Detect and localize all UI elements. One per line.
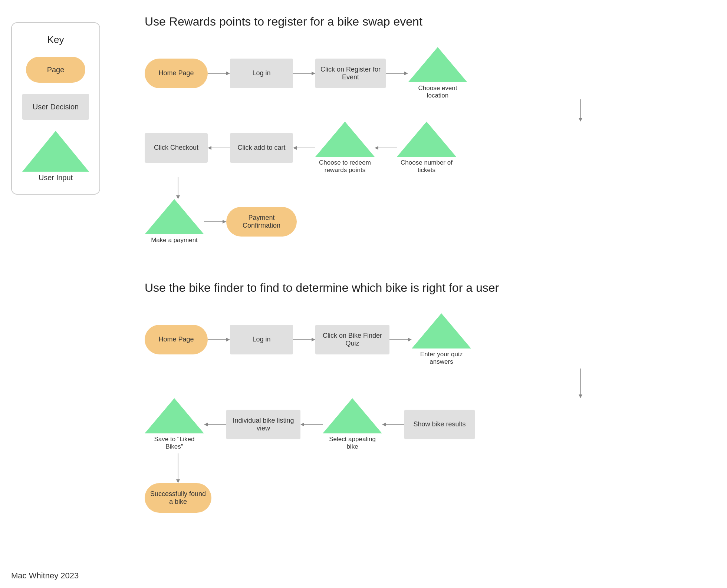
d2-enter-quiz-triangle — [412, 313, 471, 348]
d2-enter-quiz-label: Enter your quiz answers — [412, 351, 471, 366]
d1-make-payment-label: Make a payment — [151, 237, 198, 244]
arrow-d1-1 — [208, 70, 230, 77]
key-panel: Key Page User Decision User Input — [11, 22, 100, 195]
d1-choose-redeem-label: Choose to redeem rewards points — [315, 159, 375, 174]
arrow-d2-5 — [300, 421, 323, 428]
d2-individual-listing: Individual bike listing view — [226, 410, 300, 439]
d1-choose-event-wrapper: Choose event location — [408, 47, 467, 99]
d1-log-in: Log in — [230, 59, 293, 88]
svg-marker-33 — [176, 479, 180, 483]
diagram2: Home Page Log in Click on Bike Finder Qu… — [145, 313, 705, 513]
svg-marker-13 — [375, 146, 378, 150]
key-page-shape: Page — [26, 57, 85, 83]
key-input-wrapper: User Input — [22, 131, 89, 183]
d1-make-payment-triangle — [145, 199, 204, 234]
arrow-d1-2 — [293, 70, 315, 77]
svg-marker-29 — [300, 423, 304, 426]
arrow-d1-v2 — [174, 177, 182, 199]
arrow-d2-v1 — [577, 369, 584, 398]
d2-select-appealing-wrapper: Select appealing bike — [323, 398, 382, 450]
key-input-label: User Input — [39, 174, 73, 182]
svg-marker-17 — [223, 220, 226, 224]
d2-enter-quiz-wrapper: Enter your quiz answers — [412, 313, 471, 366]
d2-select-appealing-label: Select appealing bike — [323, 436, 382, 450]
d1-click-add-cart: Click add to cart — [230, 133, 293, 163]
arrow-d1-5 — [293, 144, 315, 152]
arrow-d2-4 — [204, 421, 226, 428]
svg-marker-5 — [404, 72, 408, 75]
d1-choose-event-label: Choose event location — [408, 85, 467, 99]
d2-select-appealing-triangle — [323, 398, 382, 433]
main-content: Use Rewards points to register for a bik… — [122, 0, 727, 557]
d1-choose-number-label: Choose number of tickets — [397, 159, 456, 174]
arrow-d2-3 — [389, 336, 412, 343]
d2-show-results: Show bike results — [404, 410, 475, 439]
arrow-d2-v2 — [174, 453, 182, 483]
d1-home-page: Home Page — [145, 59, 208, 88]
diagram1-title: Use Rewards points to register for a bik… — [145, 15, 705, 29]
svg-marker-11 — [293, 146, 297, 150]
key-decision-shape: User Decision — [22, 94, 89, 120]
diagram2-title: Use the bike finder to find to determine… — [145, 281, 705, 295]
svg-marker-3 — [312, 72, 315, 75]
d2-click-bike-finder: Click on Bike Finder Quiz — [315, 325, 389, 354]
key-title: Key — [47, 34, 64, 46]
d1-click-checkout: Click Checkout — [145, 133, 208, 163]
d2-save-liked-triangle — [145, 398, 204, 433]
svg-marker-25 — [579, 394, 582, 398]
arrow-d1-v1 — [577, 99, 584, 122]
arrow-d2-1 — [208, 336, 230, 343]
arrow-d1-4 — [208, 144, 230, 152]
d1-choose-event-triangle — [408, 47, 467, 82]
d1-choose-number-wrapper: Choose number of tickets — [397, 122, 456, 174]
svg-marker-15 — [176, 195, 180, 199]
d2-home-page: Home Page — [145, 325, 208, 354]
key-input-triangle — [22, 131, 89, 172]
arrow-d2-2 — [293, 336, 315, 343]
svg-marker-7 — [579, 118, 582, 122]
svg-marker-19 — [226, 338, 230, 341]
arrow-d1-7 — [204, 218, 226, 225]
arrow-d2-6 — [382, 421, 404, 428]
arrow-d1-3 — [386, 70, 408, 77]
d1-choose-number-triangle — [397, 122, 456, 157]
d2-save-liked-wrapper: Save to "Liked Bikes" — [145, 398, 204, 450]
arrow-d1-6 — [375, 144, 397, 152]
svg-marker-9 — [208, 146, 211, 150]
footer: Mac Whitney 2023 — [11, 571, 79, 581]
d1-make-payment-wrapper: Make a payment — [145, 199, 204, 244]
svg-marker-27 — [204, 423, 208, 426]
svg-marker-23 — [408, 338, 412, 341]
d1-choose-redeem-wrapper: Choose to redeem rewards points — [315, 122, 375, 174]
diagram1: Home Page Log in Click on Register for E… — [145, 47, 705, 244]
d2-save-liked-label: Save to "Liked Bikes" — [145, 436, 204, 450]
d1-choose-redeem-triangle — [315, 122, 375, 157]
d2-found-bike: Successfully found a bike — [145, 483, 211, 513]
svg-marker-1 — [226, 72, 230, 75]
svg-marker-31 — [382, 423, 386, 426]
d2-log-in: Log in — [230, 325, 293, 354]
d1-payment-confirm: Payment Confirmation — [226, 207, 297, 237]
d1-click-register: Click on Register for Event — [315, 59, 386, 88]
svg-marker-21 — [312, 338, 315, 341]
